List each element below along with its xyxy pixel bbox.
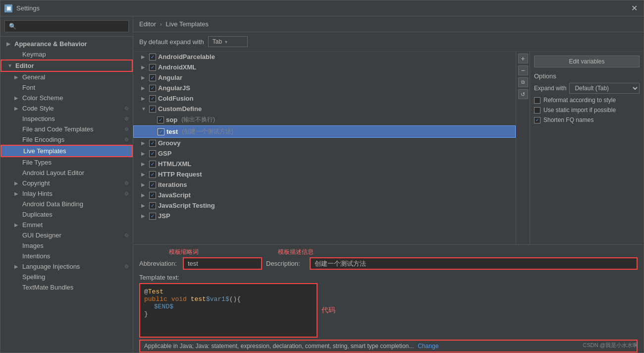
top-bar: By default expand with Tab ▾: [133, 32, 644, 52]
reset-button[interactable]: ↺: [518, 89, 528, 99]
checkbox[interactable]: [149, 181, 156, 188]
description-input[interactable]: [310, 257, 638, 270]
checkbox[interactable]: [158, 128, 164, 135]
sidebar-item-spelling[interactable]: Spelling: [0, 272, 133, 282]
list-item[interactable]: ▶ Angular: [133, 72, 516, 83]
reformat-checkbox-row[interactable]: Reformat according to style: [534, 97, 640, 104]
list-item[interactable]: ▶ JSP: [133, 211, 516, 221]
list-item[interactable]: ▶ AndroidXML: [133, 62, 516, 72]
shorten-fq-checkbox-row[interactable]: Shorten FQ names: [534, 117, 640, 123]
sidebar-item-inlay-hints[interactable]: ▶ Inlay Hints ⚙: [0, 188, 133, 199]
sidebar-item-keymap[interactable]: Keymap: [0, 49, 133, 59]
expand-with-dropdown[interactable]: Tab ▾: [208, 36, 248, 47]
checkbox[interactable]: [149, 64, 156, 71]
checkbox[interactable]: [149, 54, 156, 60]
sidebar-item-label: Editor: [15, 62, 34, 69]
reformat-checkbox[interactable]: [534, 97, 540, 104]
list-item[interactable]: ▶ JavaScript Testing: [133, 200, 516, 211]
sidebar-item-duplicates[interactable]: Duplicates: [0, 209, 133, 220]
code-line-4: }: [144, 310, 313, 318]
checkbox[interactable]: [149, 192, 156, 199]
list-item[interactable]: ▶ GSP: [133, 148, 516, 159]
badge-icon: ⚙: [124, 126, 129, 132]
list-item[interactable]: ▶ Groovy: [133, 138, 516, 148]
change-link[interactable]: Change: [418, 343, 438, 350]
sidebar-item-gui-designer[interactable]: GUI Designer ⚙: [0, 230, 133, 240]
list-item[interactable]: ▼ CustomDefine: [133, 104, 516, 114]
list-item-test[interactable]: test (创建一个测试方法): [133, 125, 516, 138]
checkbox[interactable]: [149, 161, 156, 168]
sidebar-item-file-types[interactable]: File Types: [0, 157, 133, 168]
checkbox[interactable]: [149, 213, 156, 220]
list-item[interactable]: ▶ AndroidParcelable: [133, 52, 516, 62]
sidebar-item-file-code-templates[interactable]: File and Code Templates ⚙: [0, 124, 133, 134]
sidebar-item-appearance[interactable]: ▶ Appearance & Behavior: [0, 39, 133, 49]
sidebar-item-font[interactable]: Font: [0, 82, 133, 93]
sidebar-item-inspections[interactable]: Inspections ⚙: [0, 114, 133, 124]
sidebar-item-general[interactable]: ▶ General: [0, 72, 133, 82]
list-item[interactable]: ▶ HTTP Request: [133, 169, 516, 179]
copy-button[interactable]: ⧉: [518, 77, 528, 87]
sidebar-item-label: GUI Designer: [22, 232, 61, 239]
list-item[interactable]: ▶ JavaScript: [133, 190, 516, 200]
checkbox[interactable]: [149, 95, 156, 102]
sidebar-item-color-scheme[interactable]: ▶ Color Scheme: [0, 93, 133, 103]
list-item[interactable]: sop (输出不换行): [133, 114, 516, 125]
checkbox[interactable]: [149, 85, 156, 92]
edit-variables-button[interactable]: Edit variables: [534, 56, 640, 67]
list-item[interactable]: ▶ ColdFusion: [133, 93, 516, 104]
remove-button[interactable]: −: [518, 65, 528, 75]
breadcrumb-separator: ›: [160, 20, 162, 28]
sidebar-item-android-layout-editor[interactable]: Android Layout Editor: [0, 168, 133, 178]
sidebar-item-label: Android Layout Editor: [22, 169, 84, 176]
checkbox[interactable]: [149, 106, 156, 113]
sidebar-item-language-injections[interactable]: ▶ Language Injections ⚙: [0, 261, 133, 272]
sidebar-item-android-data-binding[interactable]: Android Data Binding: [0, 199, 133, 209]
sidebar-item-editor[interactable]: ▼ Editor: [0, 59, 133, 72]
checkbox[interactable]: [149, 171, 156, 178]
shorten-fq-checkbox[interactable]: [534, 117, 540, 123]
list-item[interactable]: ▶ iterations: [133, 179, 516, 190]
arrow-icon: ▶: [14, 74, 20, 80]
sidebar-item-intentions[interactable]: Intentions: [0, 251, 133, 261]
expand-with-select[interactable]: Default (Tab): [569, 83, 640, 94]
sidebar-item-label: Emmet: [22, 221, 43, 229]
item-name: iterations: [158, 181, 187, 188]
sidebar-item-label: Android Data Binding: [22, 200, 83, 208]
main-content: By default expand with Tab ▾ ▶: [133, 32, 644, 353]
checkbox[interactable]: [149, 74, 156, 81]
add-button[interactable]: +: [518, 54, 528, 63]
code-editor[interactable]: @Test public void test$var1$(){ $END$ }: [139, 283, 318, 338]
static-import-checkbox-row[interactable]: Use static import if possible: [534, 107, 640, 114]
sidebar-item-images[interactable]: Images: [0, 240, 133, 251]
item-name: AndroidParcelable: [158, 53, 215, 60]
sidebar-item-emmet[interactable]: ▶ Emmet: [0, 220, 133, 230]
list-item[interactable]: ▶ HTML/XML: [133, 159, 516, 169]
template-text-left: Template text: @Test public void test$va…: [139, 274, 335, 338]
abbreviation-input[interactable]: [183, 257, 262, 270]
badge-icon: ⚙: [124, 180, 129, 186]
sidebar-item-copyright[interactable]: ▶ Copyright ⚙: [0, 178, 133, 188]
checkbox[interactable]: [157, 117, 164, 123]
window-title: Settings: [16, 4, 629, 12]
sidebar-item-live-templates[interactable]: Live Templates: [0, 145, 133, 157]
arrow-icon: ▶: [14, 180, 20, 186]
item-name: JavaScript Testing: [158, 202, 215, 209]
sidebar-item-textmate-bundles[interactable]: TextMate Bundles: [0, 282, 133, 293]
sidebar-item-code-style[interactable]: ▶ Code Style ⚙: [0, 103, 133, 114]
sidebar-item-label: File and Code Templates: [22, 125, 94, 133]
checkbox[interactable]: [149, 202, 156, 209]
static-import-checkbox[interactable]: [534, 107, 540, 114]
item-name: HTTP Request: [158, 171, 202, 178]
checkbox[interactable]: [149, 150, 156, 157]
item-name: Groovy: [158, 139, 181, 147]
main-panel: Editor › Live Templates By default expan…: [133, 16, 644, 353]
list-item[interactable]: ▶ AngularJS: [133, 83, 516, 93]
expand-arrow-icon: ▶: [141, 182, 147, 187]
checkbox[interactable]: [149, 140, 156, 147]
search-input[interactable]: [4, 20, 129, 32]
dropdown-value: Tab: [213, 38, 222, 45]
sidebar-item-file-encodings[interactable]: File Encodings ⚙: [0, 134, 133, 145]
close-button[interactable]: ✕: [629, 3, 640, 13]
item-name: test: [166, 128, 178, 135]
